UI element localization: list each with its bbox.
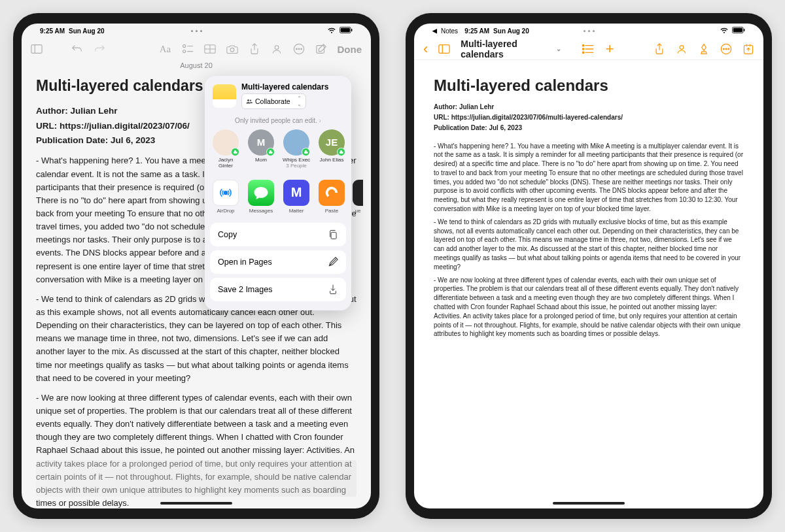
note-body-right: Multi-layered calendars Author: Julian L… (414, 60, 763, 344)
status-day: Sun Aug 20 (493, 27, 529, 35)
share-action-open-pages[interactable]: Open in Pages (210, 250, 346, 274)
share-person[interactable]: Jaclyn Ginter (211, 129, 240, 169)
ipad-right: ◀ Notes 9:25 AM Sun Aug 20 ‹ Multi-layer… (406, 13, 772, 519)
share-app-airdrop[interactable]: AirDrop (211, 180, 240, 214)
share-icon[interactable] (249, 43, 260, 55)
svg-point-21 (224, 191, 228, 194)
table-icon[interactable] (204, 43, 216, 55)
done-button[interactable]: Done (338, 44, 362, 55)
status-time: 9:25 AM (464, 27, 489, 35)
svg-rect-22 (331, 232, 336, 239)
more-icon[interactable] (293, 43, 305, 55)
format-icon[interactable]: Aa (160, 43, 171, 55)
rewind-icon[interactable] (742, 43, 754, 55)
note-p2: - We tend to think of calendars as 2D gr… (434, 218, 744, 272)
chevron-down-icon: ⌄ (556, 45, 561, 52)
sidebar-icon[interactable] (438, 43, 450, 55)
note-p3: - We are now looking at three different … (434, 276, 744, 339)
status-time: 9:25 AM (40, 27, 65, 35)
collaborate-icon[interactable] (676, 43, 688, 55)
collaborate-dropdown[interactable]: Collaborate ⌃⌄ (241, 93, 306, 109)
sidebar-icon[interactable] (31, 43, 43, 55)
status-day: Sun Aug 20 (69, 27, 105, 35)
share-apps-row: AirDrop Messages MMatter Paste ue (205, 176, 351, 220)
more-icon[interactable] (720, 43, 732, 55)
back-app-label[interactable]: Notes (441, 27, 458, 35)
svg-rect-1 (341, 28, 350, 33)
svg-point-20 (250, 100, 251, 101)
notes-app-icon (213, 84, 236, 108)
svg-point-34 (680, 45, 684, 49)
screen-right: ◀ Notes 9:25 AM Sun Aug 20 ‹ Multi-layer… (414, 24, 763, 508)
share-app-paste[interactable]: Paste (317, 180, 346, 214)
svg-rect-24 (733, 28, 742, 33)
markup-icon[interactable] (698, 43, 710, 55)
status-dots (584, 30, 595, 32)
svg-rect-3 (31, 45, 42, 54)
svg-point-31 (582, 44, 584, 46)
share-title: Multi-layered calendars (241, 82, 328, 91)
screen-left: 9:25 AM Sun Aug 20 Aa Done Au (22, 24, 371, 508)
svg-point-12 (230, 48, 234, 52)
ipad-left: 9:25 AM Sun Aug 20 Aa Done Au (13, 13, 379, 519)
checklist-icon[interactable] (182, 43, 194, 55)
note-url: URL: https://julian.digital/2023/07/06/m… (434, 113, 744, 122)
svg-point-33 (582, 52, 584, 53)
add-icon[interactable]: + (604, 43, 615, 55)
note-date: August 20 (22, 61, 371, 69)
share-icon[interactable] (654, 43, 665, 55)
status-dots (191, 30, 202, 32)
svg-point-15 (296, 48, 297, 50)
note-p1: - What's happening here? 1. You have a m… (434, 142, 744, 214)
collab-label: Collaborate (255, 97, 290, 105)
home-indicator[interactable] (160, 502, 232, 505)
battery-icon (340, 27, 353, 35)
svg-point-36 (724, 48, 725, 50)
checklist-icon[interactable] (582, 43, 594, 55)
battery-icon (732, 27, 745, 35)
share-sheet: Multi-layered calendars Collaborate ⌃⌄ O… (205, 76, 351, 310)
share-app-more[interactable]: ue (353, 180, 363, 214)
note-pubdate: Publication Date: Jul 6, 2023 (434, 124, 744, 133)
share-person[interactable]: JEJohn Elias (317, 129, 346, 169)
svg-rect-2 (351, 29, 353, 31)
svg-rect-25 (744, 29, 745, 31)
home-indicator[interactable] (553, 502, 625, 505)
svg-point-32 (582, 48, 584, 49)
wifi-icon (720, 27, 729, 35)
compose-icon[interactable] (315, 43, 327, 55)
note-title: Multi-layered calendars (434, 75, 744, 96)
note-image-placeholder (36, 460, 357, 497)
toolbar-right: ‹ Multi-layered calendars ⌄ + (414, 38, 763, 60)
share-people-row: Jaclyn Ginter MMom Whips Exec3 People JE… (205, 129, 351, 176)
note-author: Author: Julian Lehr (434, 103, 744, 112)
svg-point-17 (300, 48, 302, 50)
svg-point-7 (183, 50, 185, 53)
share-app-matter[interactable]: MMatter (282, 180, 311, 214)
svg-point-37 (725, 48, 727, 50)
svg-point-5 (183, 44, 185, 47)
back-icon[interactable]: ‹ (423, 41, 428, 58)
camera-icon[interactable] (226, 43, 238, 55)
note-title-dropdown[interactable]: Multi-layered calendars ⌄ (461, 39, 561, 59)
svg-point-19 (247, 99, 249, 101)
share-hint[interactable]: Only invited people can edit. › (205, 114, 351, 129)
collaborate-icon[interactable] (271, 43, 283, 55)
redo-icon[interactable] (94, 43, 105, 55)
share-app-messages[interactable]: Messages (247, 180, 275, 214)
undo-icon[interactable] (71, 43, 83, 55)
toolbar-left: Aa Done (22, 38, 371, 60)
share-person[interactable]: Whips Exec3 People (282, 129, 311, 169)
svg-rect-26 (439, 44, 449, 53)
status-bar: ◀ Notes 9:25 AM Sun Aug 20 (414, 24, 763, 38)
svg-point-16 (298, 48, 300, 50)
svg-point-13 (275, 46, 279, 50)
svg-point-38 (728, 48, 729, 50)
share-person[interactable]: MMom (247, 129, 275, 169)
share-action-copy[interactable]: Copy (210, 223, 346, 246)
status-bar: 9:25 AM Sun Aug 20 (22, 24, 371, 38)
wifi-icon (327, 27, 336, 35)
share-action-save-images[interactable]: Save 2 Images (210, 278, 346, 301)
